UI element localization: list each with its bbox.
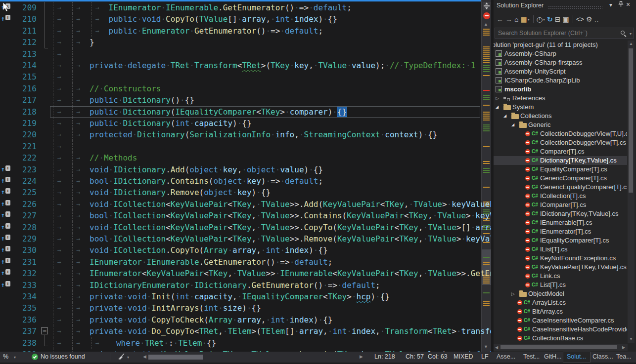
line-number[interactable]: 232: [9, 268, 37, 279]
tree-item-caseinsensitivehashcodeprovider-cs[interactable]: C#CaseInsensitiveHashCodeProvider.cs: [494, 325, 627, 334]
splitter-handle-icon[interactable]: [483, 2, 491, 10]
code-cleanup-dropdown-icon[interactable]: ▾: [127, 355, 129, 360]
inheritance-margin-icon[interactable]: ↑I: [1, 222, 11, 230]
line-number[interactable]: 212: [9, 37, 37, 48]
pending-changes-filter-icon[interactable]: ◷▾: [537, 15, 545, 23]
code-line[interactable]: void·IDictionary.Remove(object·key)·{}: [90, 187, 271, 198]
panel-tab-solut[interactable]: Solut...: [567, 353, 586, 360]
tree-item-ienumerable-t-cs[interactable]: C#IEnumerable[T].cs: [494, 218, 627, 227]
inheritance-margin-icon[interactable]: ↑I: [1, 234, 11, 242]
tree-item-references[interactable]: ▷References: [494, 94, 627, 103]
tree-item-assembly-csharp[interactable]: Assembly-CSharp: [494, 49, 627, 58]
forward-icon[interactable]: →: [505, 15, 512, 23]
line-number[interactable]: 223: [9, 164, 37, 175]
code-line[interactable]: private·void·CopyToCheck(Array·array,·in…: [90, 314, 332, 325]
pin-icon[interactable]: [618, 1, 624, 9]
code-line[interactable]: private·static·KeyValuePair<TKey,·TValue…: [90, 349, 491, 352]
line-number[interactable]: 215: [9, 71, 37, 82]
tree-item-ilist-t-cs[interactable]: C#IList[T].cs: [494, 245, 627, 254]
panel-tab-test[interactable]: Test...: [523, 353, 540, 360]
tree-item-keyvaluepair-tkey-tvalue-cs[interactable]: C#KeyValuePair[TKey,TValue].cs: [494, 263, 627, 272]
inheritance-margin-icon[interactable]: ↑I: [1, 164, 11, 172]
line-number[interactable]: 217: [9, 94, 37, 106]
line-number[interactable]: 209: [9, 2, 37, 13]
scroll-up-icon[interactable]: ▲: [629, 41, 633, 46]
line-number[interactable]: 211: [9, 25, 37, 37]
code-line[interactable]: protected·Dictionary(SerializationInfo·i…: [90, 129, 437, 140]
line-number[interactable]: 229: [9, 233, 37, 244]
tree-item-iequalitycomparer-t-cs[interactable]: C#IEqualityComparer[T].cs: [494, 236, 627, 245]
code-line[interactable]: public·void·CopyTo(TValue[]·array,·int·i…: [109, 13, 337, 25]
chevron-collapsed-icon[interactable]: ▷: [496, 96, 499, 101]
line-number[interactable]: 210: [9, 13, 37, 25]
horizontal-scrollbar-thumb[interactable]: [148, 355, 203, 360]
line-number[interactable]: 222: [9, 152, 37, 163]
line-number[interactable]: 216: [9, 83, 37, 94]
chevron-expanded-icon[interactable]: ◢: [511, 122, 514, 127]
line-number[interactable]: 225: [9, 187, 37, 198]
code-line[interactable]: where·TRet·:·TElem·{}: [116, 337, 216, 349]
tree-item-collectiondebuggerview-t-cs[interactable]: C#CollectionDebuggerView[T].cs: [494, 138, 627, 147]
code-line[interactable]: bool·ICollection<KeyValuePair<TKey,·TVal…: [90, 233, 491, 244]
panel-tab-asse[interactable]: Asse...: [497, 353, 515, 360]
tree-item-collectionbase-cs[interactable]: C#CollectionBase.cs: [494, 334, 627, 343]
chevron-expanded-icon[interactable]: ◢: [496, 105, 499, 109]
tree-item-mscorlib[interactable]: ◢mscorlib: [494, 85, 627, 94]
line-number[interactable]: 224: [9, 175, 37, 187]
code-editor[interactable]: 209↑I→→→IEnumerator·IEnumerable.GetEnume…: [0, 0, 491, 352]
code-line[interactable]: void·ICollection<KeyValuePair<TKey,·TVal…: [90, 222, 491, 233]
scroll-right-icon[interactable]: ▶: [622, 345, 625, 350]
scroll-left-icon[interactable]: ◀: [143, 354, 146, 359]
line-number[interactable]: 214: [9, 60, 37, 71]
line-number[interactable]: 218: [9, 106, 37, 118]
line-number[interactable]: 226: [9, 199, 37, 210]
scrollbar-thumb[interactable]: [629, 48, 633, 193]
inheritance-margin-icon[interactable]: ↑I: [1, 176, 11, 184]
line-number[interactable]: 228: [9, 222, 37, 233]
code-line[interactable]: IDictionaryEnumerator·IDictionary.GetEnu…: [90, 280, 380, 291]
tree-item-system[interactable]: ◢System: [494, 103, 627, 112]
code-line[interactable]: IEnumerator·IEnumerable.GetEnumerator()·…: [109, 2, 352, 13]
code-line[interactable]: public·Dictionary()·{}: [90, 94, 194, 106]
tree-item-assembly-csharp-firstpass[interactable]: Assembly-CSharp-firstpass: [494, 58, 627, 67]
code-line[interactable]: public·Dictionary(IEqualityComparer<TKey…: [90, 106, 347, 118]
line-number[interactable]: 236: [9, 314, 37, 325]
line-number[interactable]: 234: [9, 291, 37, 302]
line-number[interactable]: 235: [9, 302, 37, 314]
panel-vertical-scrollbar[interactable]: ▲ ▼: [628, 40, 635, 343]
code-line[interactable]: IEnumerator·IEnumerable.GetEnumerator()·…: [90, 256, 332, 268]
tree-item-idictionary-tkey-tvalue-cs[interactable]: C#IDictionary[TKey,TValue].cs: [494, 209, 627, 218]
back-icon[interactable]: ←: [497, 15, 503, 23]
collapse-all-icon[interactable]: ⊟: [555, 15, 561, 23]
scroll-right-icon[interactable]: ▶: [360, 354, 363, 359]
tree-item-generic[interactable]: ◢Generic: [494, 121, 627, 129]
health-check-icon[interactable]: [32, 354, 38, 360]
scroll-up-icon[interactable]: ▲: [484, 22, 488, 27]
tree-item-collections[interactable]: ◢Collections: [494, 112, 627, 121]
line-number[interactable]: 230: [9, 244, 37, 256]
chevron-collapsed-icon[interactable]: ▷: [511, 291, 515, 296]
search-dropdown-icon[interactable]: ▾: [630, 32, 632, 36]
tree-item-list-t-cs[interactable]: C#List[T].cs: [494, 281, 627, 289]
tree-item-icomparer-t-cs[interactable]: C#IComparer[T].cs: [494, 201, 627, 209]
tree-item-bitarray-cs[interactable]: C#BitArray.cs: [494, 307, 627, 316]
inheritance-margin-icon[interactable]: ↑I: [1, 280, 11, 288]
issues-status-label[interactable]: No issues found: [41, 353, 85, 360]
tree-item-solution-project-gui-11-of-11-projects-[interactable]: Solution 'project-gui' (11 of 11 project…: [494, 40, 627, 49]
inheritance-margin-icon[interactable]: ↑I: [1, 257, 11, 265]
window-position-icon[interactable]: ▾: [609, 1, 612, 8]
tree-item-dictionary-tkey-tvalue-cs[interactable]: C#Dictionary[TKey,TValue].cs: [494, 156, 627, 165]
editor-vertical-scrollbar[interactable]: ▲ ▼: [481, 0, 491, 352]
properties-icon[interactable]: ⚙: [586, 15, 592, 23]
panel-tab-gith[interactable]: GitH...: [544, 353, 561, 360]
code-line[interactable]: public·Enumerator·GetEnumerator()·=>·def…: [109, 25, 323, 37]
tree-item-genericcomparer-t-cs[interactable]: C#GenericComparer[T].cs: [494, 174, 627, 183]
scrollbar-thumb[interactable]: [500, 345, 617, 349]
search-input[interactable]: Search Solution Explorer (Ctrl+¨) ▾: [495, 28, 634, 39]
code-cleanup-broom-icon[interactable]: [117, 353, 125, 362]
close-icon[interactable]: ×: [626, 0, 630, 8]
tree-item-collectiondebuggerview-t-u-cs[interactable]: C#CollectionDebuggerView[T,U].cs: [494, 129, 627, 138]
tree-item-keynotfoundexception-cs[interactable]: C#KeyNotFoundException.cs: [494, 254, 627, 263]
code-line[interactable]: void·IDictionary.Add(object·key,·object·…: [90, 164, 323, 175]
overflow-icon[interactable]: ‥: [594, 15, 599, 23]
